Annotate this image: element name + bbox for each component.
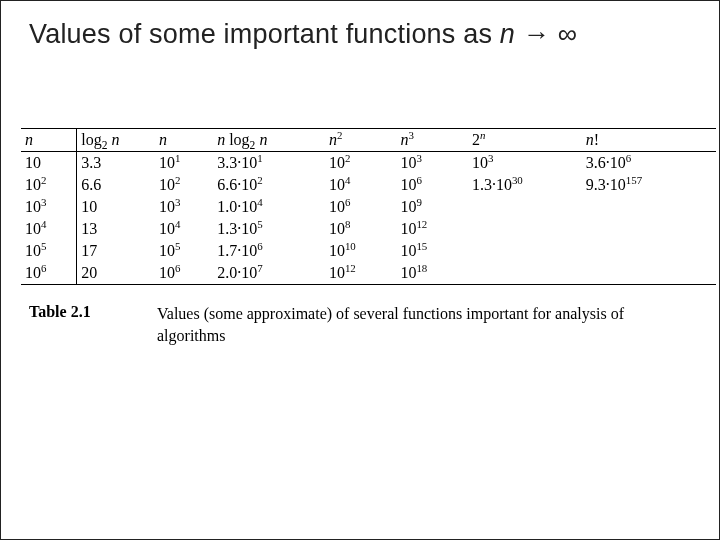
table-cell: 9.3·10157	[582, 174, 716, 196]
table-cell: 2.0·107	[213, 262, 325, 285]
table-cell: 1.7·106	[213, 240, 325, 262]
table-cell: 1018	[396, 262, 468, 285]
title-text: Values of some important functions as	[29, 19, 500, 49]
table-cell: 104	[325, 174, 397, 196]
col-header-nsq: n2	[325, 129, 397, 152]
table-cell	[582, 218, 716, 240]
table-row: 1026.61026.6·1021041061.3·10309.3·10157	[21, 174, 716, 196]
table-cell: 3.6·106	[582, 152, 716, 175]
table-cell: 6.6	[77, 174, 155, 196]
table-cell: 3.3	[77, 152, 155, 175]
table-cell: 1.3·1030	[468, 174, 582, 196]
table-cell	[468, 218, 582, 240]
table-row: 105171051.7·10610101015	[21, 240, 716, 262]
table-cell: 101	[155, 152, 213, 175]
title-arrow: →	[515, 19, 558, 49]
table-cell: 103	[155, 196, 213, 218]
table-cell: 1012	[325, 262, 397, 285]
title-infinity: ∞	[558, 19, 577, 49]
table-cell: 105	[155, 240, 213, 262]
table-cell: 20	[77, 262, 155, 285]
caption-text: Values (some approximate) of several fun…	[157, 303, 691, 346]
table-cell	[582, 196, 716, 218]
col-header-nfact: n!	[582, 129, 716, 152]
table-cell: 102	[21, 174, 77, 196]
table-cell: 106	[155, 262, 213, 285]
table-cell: 103	[396, 152, 468, 175]
table-row: 103.31013.3·1011021031033.6·106	[21, 152, 716, 175]
table-cell: 108	[325, 218, 397, 240]
table-cell	[468, 196, 582, 218]
table-cell: 1.0·104	[213, 196, 325, 218]
table-row: 106201062.0·10710121018	[21, 262, 716, 285]
table-cell: 13	[77, 218, 155, 240]
table-cell: 109	[396, 196, 468, 218]
table-cell: 103	[468, 152, 582, 175]
table-row: 103101031.0·104106109	[21, 196, 716, 218]
col-header-nlog2n: n log2 n	[213, 129, 325, 152]
table-cell: 103	[21, 196, 77, 218]
table-cell: 106	[396, 174, 468, 196]
title-var-n: n	[500, 19, 515, 49]
table-cell: 105	[21, 240, 77, 262]
table-row: 104131041.3·1051081012	[21, 218, 716, 240]
table-cell	[468, 240, 582, 262]
table-cell	[582, 262, 716, 285]
table-cell: 106	[21, 262, 77, 285]
table-caption: Table 2.1 Values (some approximate) of s…	[29, 303, 691, 346]
col-header-n: n	[21, 129, 77, 152]
table-cell: 10	[77, 196, 155, 218]
col-header-log2n: log2 n	[77, 129, 155, 152]
caption-label: Table 2.1	[29, 303, 157, 346]
table-cell	[468, 262, 582, 285]
table-cell: 1012	[396, 218, 468, 240]
table-cell: 104	[21, 218, 77, 240]
table-wrapper: n log2 n n n log2 n n2 n3 2n n! 103.3101…	[21, 128, 716, 285]
table-cell: 6.6·102	[213, 174, 325, 196]
table-cell: 102	[325, 152, 397, 175]
slide-title: Values of some important functions as n …	[29, 19, 691, 50]
table-cell: 17	[77, 240, 155, 262]
table-cell: 102	[155, 174, 213, 196]
table-cell: 104	[155, 218, 213, 240]
table-cell: 3.3·101	[213, 152, 325, 175]
functions-table: n log2 n n n log2 n n2 n3 2n n! 103.3101…	[21, 128, 716, 285]
table-cell: 106	[325, 196, 397, 218]
table-cell: 1010	[325, 240, 397, 262]
table-body: 103.31013.3·1011021031033.6·1061026.6102…	[21, 152, 716, 285]
table-cell: 10	[21, 152, 77, 175]
col-header-2n: 2n	[468, 129, 582, 152]
table-cell: 1015	[396, 240, 468, 262]
col-header-n2col: n	[155, 129, 213, 152]
table-cell: 1.3·105	[213, 218, 325, 240]
table-cell	[582, 240, 716, 262]
col-header-ncube: n3	[396, 129, 468, 152]
table-header-row: n log2 n n n log2 n n2 n3 2n n!	[21, 129, 716, 152]
